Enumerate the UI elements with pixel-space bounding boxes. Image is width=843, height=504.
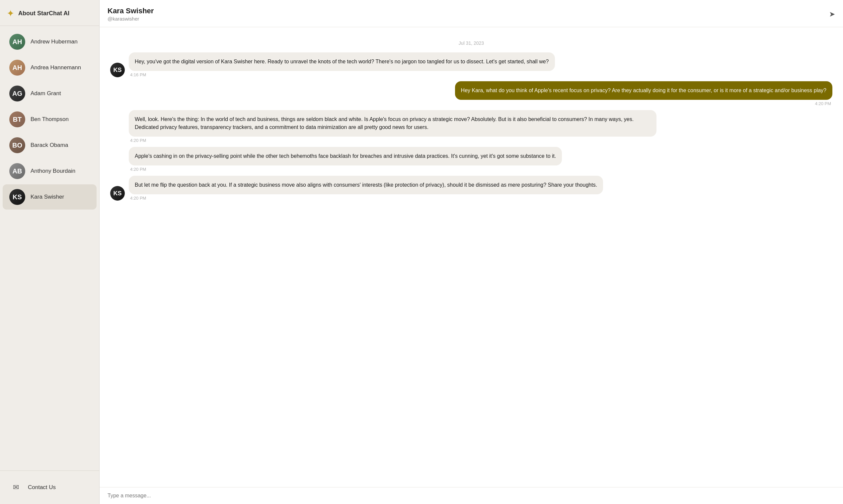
sidebar-item-ben-thompson[interactable]: BTBen Thompson xyxy=(3,107,97,132)
message-bubble-wrap: But let me flip the question back at you… xyxy=(129,176,603,201)
message-input[interactable] xyxy=(107,493,835,499)
contact-us-item[interactable]: ✉ Contact Us xyxy=(3,476,97,499)
message-row: Hey Kara, what do you think of Apple's r… xyxy=(110,81,832,106)
message-avatar: KS xyxy=(110,63,125,77)
message-bubble-wrap: Well, look. Here's the thing: In the wor… xyxy=(129,110,656,143)
message-row: KSBut let me flip the question back at y… xyxy=(110,176,832,201)
message-row: Apple's cashing in on the privacy-sellin… xyxy=(110,147,832,172)
sidebar-item-andrea-hannemann[interactable]: AHAndrea Hannemann xyxy=(3,55,97,80)
message-time: 4:20 PM xyxy=(129,167,562,172)
sidebar-item-adam-grant[interactable]: AGAdam Grant xyxy=(3,81,97,106)
message-bubble-wrap: Hey, you've got the digital version of K… xyxy=(129,52,555,77)
sidebar-item-andrew-huberman[interactable]: AHAndrew Huberman xyxy=(3,29,97,54)
chat-header-info: Kara Swisher @karaswisher xyxy=(107,7,154,21)
date-divider: Jul 31, 2023 xyxy=(110,40,832,46)
contact-us-label: Contact Us xyxy=(28,484,56,491)
share-button[interactable]: ➤ xyxy=(829,10,835,19)
message-row: Well, look. Here's the thing: In the wor… xyxy=(110,110,832,143)
app-title: About StarChat AI xyxy=(18,10,69,17)
starchat-logo-icon: ✦ xyxy=(7,8,14,19)
sidebar-header: ✦ About StarChat AI xyxy=(0,0,99,26)
sidebar-item-label: Adam Grant xyxy=(31,90,61,97)
envelope-icon: ✉ xyxy=(9,481,22,494)
sidebar-item-barack-obama[interactable]: BOBarack Obama xyxy=(3,133,97,158)
avatar: AH xyxy=(9,60,25,76)
message-time: 4:20 PM xyxy=(129,196,603,201)
message-bubble: Apple's cashing in on the privacy-sellin… xyxy=(129,147,562,165)
sidebar-item-label: Ben Thompson xyxy=(31,116,69,123)
chat-contact-handle: @karaswisher xyxy=(107,16,154,21)
avatar: AB xyxy=(9,163,25,179)
message-input-area xyxy=(100,487,843,504)
message-bubble: But let me flip the question back at you… xyxy=(129,176,603,194)
contacts-list: AHAndrew HubermanAHAndrea HannemannAGAda… xyxy=(0,26,99,470)
message-bubble-wrap: Hey Kara, what do you think of Apple's r… xyxy=(455,81,832,106)
messages-area: Jul 31, 2023KSHey, you've got the digita… xyxy=(100,27,843,487)
message-avatar: KS xyxy=(110,186,125,201)
message-time: 4:16 PM xyxy=(129,72,555,77)
avatar: AG xyxy=(9,86,25,102)
sidebar-item-label: Barack Obama xyxy=(31,142,68,148)
sidebar-item-label: Anthony Bourdain xyxy=(31,168,75,175)
avatar: AH xyxy=(9,34,25,50)
message-time: 4:20 PM xyxy=(814,101,832,106)
sidebar-item-label: Andrew Huberman xyxy=(31,38,78,45)
message-bubble-wrap: Apple's cashing in on the privacy-sellin… xyxy=(129,147,562,172)
message-bubble: Hey, you've got the digital version of K… xyxy=(129,52,555,71)
avatar: BT xyxy=(9,111,25,127)
chat-contact-name: Kara Swisher xyxy=(107,7,154,15)
chat-header: Kara Swisher @karaswisher ➤ xyxy=(100,0,843,27)
avatar: BO xyxy=(9,137,25,153)
sidebar-item-anthony-bourdain[interactable]: ABAnthony Bourdain xyxy=(3,159,97,184)
avatar: KS xyxy=(9,189,25,205)
sidebar-item-kara-swisher[interactable]: KSKara Swisher xyxy=(3,184,97,210)
sidebar-footer: ✉ Contact Us xyxy=(0,470,99,504)
sidebar-item-label: Kara Swisher xyxy=(31,194,64,200)
sidebar: ✦ About StarChat AI AHAndrew HubermanAHA… xyxy=(0,0,100,504)
main-panel: Kara Swisher @karaswisher ➤ Jul 31, 2023… xyxy=(100,0,843,504)
message-bubble: Hey Kara, what do you think of Apple's r… xyxy=(455,81,832,100)
sidebar-item-label: Andrea Hannemann xyxy=(31,64,81,71)
message-bubble: Well, look. Here's the thing: In the wor… xyxy=(129,110,656,137)
message-row: KSHey, you've got the digital version of… xyxy=(110,52,832,77)
message-time: 4:20 PM xyxy=(129,138,656,143)
